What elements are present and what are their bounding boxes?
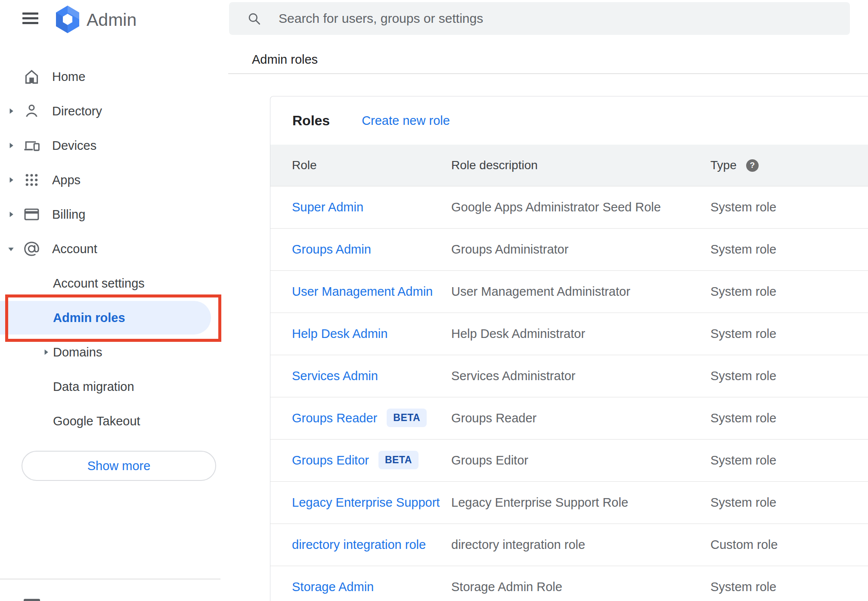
search-bar <box>229 2 850 35</box>
role-description: Groups Editor <box>451 453 710 468</box>
caret-icon <box>6 141 16 151</box>
sidebar-item-icon <box>22 171 41 189</box>
sidebar-item-label: Directory <box>52 104 102 118</box>
sidebar-item[interactable]: Directory <box>0 94 229 128</box>
role-description: Legacy Enterprise Support Role <box>451 496 710 510</box>
roles-card-header: Roles Create new role <box>270 96 868 145</box>
sidebar-item-label: Home <box>52 70 85 84</box>
breadcrumb: Admin roles <box>252 52 318 67</box>
admin-logo-icon <box>55 5 81 34</box>
create-new-role-link[interactable]: Create new role <box>362 114 450 128</box>
caret-icon <box>6 175 16 185</box>
role-description: Groups Reader <box>451 411 710 425</box>
sidebar-item[interactable]: Apps <box>0 163 229 197</box>
role-type: System role <box>710 580 868 594</box>
table-header-row: Role Role description Type ? <box>270 145 868 186</box>
table-row: Groups Editor BETA Groups Editor System … <box>270 440 868 482</box>
table-row: Groups Admin Groups Administrator System… <box>270 229 868 271</box>
sidebar-divider <box>0 579 220 579</box>
table-row: Super Admin Google Apps Administrator Se… <box>270 186 868 229</box>
sidebar-item[interactable]: Account <box>0 232 229 266</box>
role-link[interactable]: Groups Reader <box>292 411 377 425</box>
table-row: Services Admin Services Administrator Sy… <box>270 355 868 397</box>
role-description: Services Administrator <box>451 369 710 383</box>
roles-card: Roles Create new role Role Role descript… <box>270 96 868 601</box>
role-link[interactable]: Storage Admin <box>292 580 374 594</box>
role-link[interactable]: Groups Admin <box>292 242 371 257</box>
sidebar-item[interactable]: Domains <box>0 335 229 369</box>
role-description: Google Apps Administrator Seed Role <box>451 200 710 214</box>
sidebar-item-icon <box>22 205 41 224</box>
role-link[interactable]: User Management Admin <box>292 285 433 299</box>
caret-icon <box>6 210 16 220</box>
sidebar-item-icon <box>22 102 41 121</box>
truncated-icon <box>24 599 40 601</box>
role-link[interactable]: directory integration role <box>292 538 426 552</box>
sidebar-item-label: Account settings <box>53 276 145 291</box>
beta-badge: BETA <box>387 409 427 427</box>
product-name: Admin <box>87 10 136 30</box>
sidebar-item[interactable]: Admin roles <box>0 300 229 335</box>
sidebar-item-label: Data migration <box>53 380 134 394</box>
role-type: System role <box>710 327 868 341</box>
sidebar-item[interactable]: Data migration <box>0 369 229 404</box>
sidebar-item[interactable]: Account settings <box>0 266 229 300</box>
table-body: Super Admin Google Apps Administrator Se… <box>270 186 868 601</box>
role-description: Help Desk Administrator <box>451 327 710 341</box>
beta-badge: BETA <box>378 451 418 469</box>
role-description: User Management Administrator <box>451 285 710 299</box>
header-divider <box>228 73 868 74</box>
table-row: Storage Admin Storage Admin Role System … <box>270 566 868 601</box>
sidebar-item-icon <box>22 240 41 258</box>
table-row: Help Desk Admin Help Desk Administrator … <box>270 313 868 355</box>
table-row: Groups Reader BETA Groups Reader System … <box>270 397 868 440</box>
table-row: User Management Admin User Management Ad… <box>270 271 868 313</box>
show-more-button[interactable]: Show more <box>22 451 216 481</box>
page-title: Roles <box>292 113 330 129</box>
role-link[interactable]: Groups Editor <box>292 453 369 468</box>
role-link[interactable]: Legacy Enterprise Support <box>292 496 440 510</box>
caret-icon <box>6 244 16 254</box>
sidebar-item[interactable]: Home <box>0 59 229 94</box>
role-type: System role <box>710 453 868 468</box>
help-icon[interactable]: ? <box>746 159 759 172</box>
role-type: System role <box>710 200 868 214</box>
role-type: System role <box>710 411 868 425</box>
role-type: Custom role <box>710 538 868 552</box>
sidebar: Admin Home Directory <box>0 0 229 601</box>
sidebar-item-label: Billing <box>52 208 85 222</box>
menu-icon[interactable] <box>22 12 38 24</box>
column-header-role-description: Role description <box>451 158 710 172</box>
role-link[interactable]: Help Desk Admin <box>292 327 388 341</box>
role-link[interactable]: Super Admin <box>292 200 363 214</box>
role-description: Groups Administrator <box>451 242 710 257</box>
role-type: System role <box>710 285 868 299</box>
role-type: System role <box>710 242 868 257</box>
role-description: Storage Admin Role <box>451 580 710 594</box>
sidebar-item-label: Account <box>52 242 97 256</box>
sidebar-item-label: Devices <box>52 139 96 153</box>
search-input[interactable] <box>229 2 850 35</box>
sidebar-item[interactable]: Devices <box>0 128 229 163</box>
role-link[interactable]: Services Admin <box>292 369 378 383</box>
role-type: System role <box>710 496 868 510</box>
table-row: directory integration role directory int… <box>270 524 868 566</box>
sidebar-item[interactable]: Billing <box>0 197 229 232</box>
caret-icon <box>6 106 16 116</box>
sidebar-item-label: Admin roles <box>53 311 125 325</box>
sidebar-item[interactable]: Google Takeout <box>0 404 229 438</box>
sidebar-item-label: Apps <box>52 173 81 187</box>
role-type: System role <box>710 369 868 383</box>
sidebar-item-icon <box>22 136 41 155</box>
column-header-type: Type ? <box>710 158 868 172</box>
sidebar-item-label: Google Takeout <box>53 414 140 428</box>
caret-icon <box>41 347 51 357</box>
sidebar-item-label: Domains <box>53 345 102 359</box>
table-row: Legacy Enterprise Support Legacy Enterpr… <box>270 482 868 524</box>
sidebar-item-icon <box>22 68 41 86</box>
column-header-role: Role <box>292 158 451 172</box>
role-description: directory integration role <box>451 538 710 552</box>
